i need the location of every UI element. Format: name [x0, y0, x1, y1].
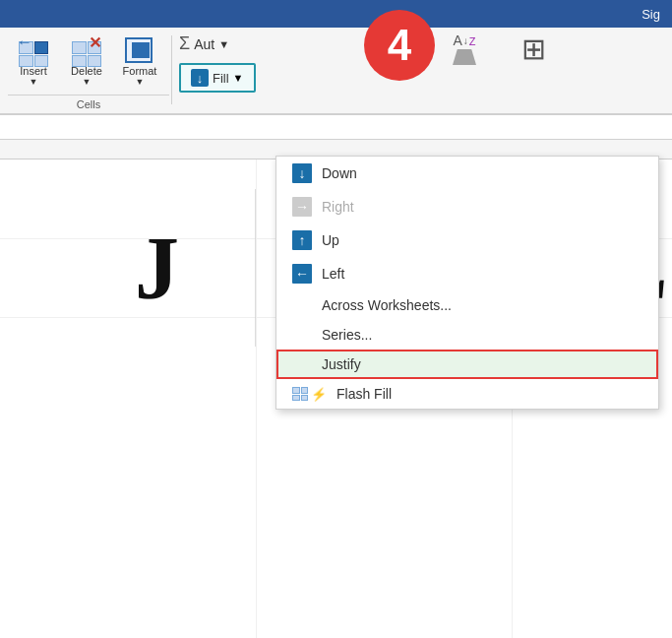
format-label: Format	[123, 65, 157, 77]
fill-dropdown-icon: ▼	[233, 72, 244, 84]
fill-button[interactable]: ↓ Fill ▼	[179, 63, 256, 93]
right-arrow-icon: →	[292, 197, 312, 217]
menu-item-right[interactable]: → Right	[276, 190, 658, 223]
delete-button[interactable]: ✕ Delete ▼	[61, 32, 112, 89]
sigma-icon: Σ	[179, 33, 190, 54]
insert-button[interactable]: ← Insert ▼	[8, 32, 59, 89]
step-4-circle: 4	[364, 10, 435, 81]
flash-fill-icon: ⚡	[292, 387, 327, 402]
down-arrow-icon: ↓	[292, 163, 312, 183]
menu-item-series[interactable]: Series...	[276, 320, 658, 350]
menu-right-label: Right	[322, 199, 354, 215]
menu-down-label: Down	[322, 165, 357, 181]
menu-item-down[interactable]: ↓ Down	[276, 157, 658, 190]
binoculars-icon: ⊞	[521, 32, 546, 66]
sig-text: Sig	[641, 7, 660, 22]
up-arrow-icon: ↑	[292, 230, 312, 250]
autosum-dropdown-icon: ▼	[218, 38, 229, 50]
menu-item-up[interactable]: ↑ Up	[276, 223, 658, 257]
menu-across-label: Across Worksheets...	[322, 297, 452, 313]
menu-justify-label: Justify	[322, 356, 361, 372]
autosum-area[interactable]: Σ Aut ▼	[179, 33, 229, 54]
menu-item-across[interactable]: Across Worksheets...	[276, 290, 658, 320]
ribbon-toolbar: ← Insert ▼ ✕ Delete ▼	[0, 28, 672, 114]
menu-flash-label: Flash Fill	[336, 386, 392, 402]
left-arrow-icon: ←	[292, 264, 312, 284]
formula-bar	[0, 114, 672, 140]
find-select-area[interactable]: ⊞	[521, 32, 546, 66]
fill-dropdown-menu: ↓ Down → Right ↑ Up ← Left Across Worksh…	[275, 156, 659, 410]
menu-left-label: Left	[322, 266, 344, 282]
menu-up-label: Up	[322, 232, 339, 248]
ribbon-separator	[171, 35, 172, 104]
fill-label: Fill	[213, 71, 229, 86]
autosum-label: Aut	[194, 36, 214, 52]
menu-item-left[interactable]: ← Left	[276, 257, 658, 290]
sort-az-area[interactable]: A ↓ Z	[453, 33, 476, 65]
menu-item-flash-fill[interactable]: ⚡ Flash Fill	[276, 379, 658, 409]
title-bar: Sig	[0, 0, 672, 28]
fill-button-wrapper: ↓ Fill ▼	[179, 63, 256, 93]
format-button[interactable]: Format ▼	[114, 32, 165, 89]
menu-series-label: Series...	[322, 327, 372, 343]
step-number: 4	[388, 21, 411, 70]
cells-section-label: Cells	[8, 95, 169, 110]
menu-item-justify[interactable]: Justify	[276, 350, 658, 379]
fill-down-icon: ↓	[191, 69, 209, 87]
